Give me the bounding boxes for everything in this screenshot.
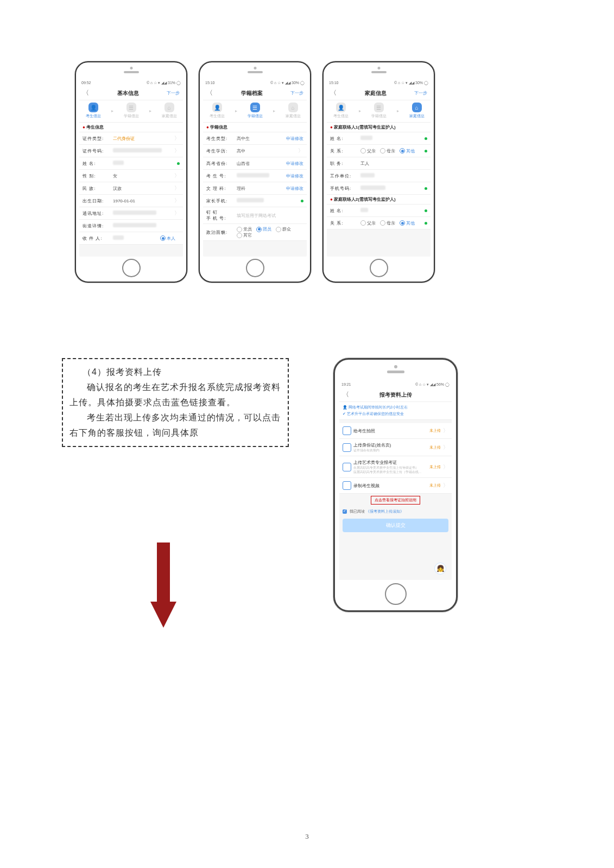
- radio-mother[interactable]: 母亲: [380, 148, 395, 154]
- radio-tuanyuan[interactable]: 团员: [256, 226, 271, 232]
- chevron-right-icon: ▸: [273, 108, 275, 113]
- chevron-right-icon: 〉: [174, 197, 180, 205]
- row-province[interactable]: 高考省份:山西省申请修改: [203, 157, 307, 170]
- upload-id-row[interactable]: 上传身份证(姓名页)证件须在有效期内 未上传〉: [339, 439, 452, 456]
- page-number: 3: [305, 832, 309, 841]
- section-header-contact1: ●家庭联络人1(需填写考生监护人): [327, 123, 431, 132]
- upload-cert-row[interactable]: 上传艺术类专业报考证在届高职高专美术类毕业生须上传等级证书）应届高职高专美术类毕…: [339, 456, 452, 478]
- chevron-right-icon: 〉: [443, 463, 448, 471]
- idcard-icon: [343, 443, 351, 452]
- instruction-p1: 确认报名的考生在艺术升报名系统完成报考资料上传。具体拍摄要求点击蓝色链接查看。: [69, 380, 281, 410]
- photo-guide-link[interactable]: 点击查看报考证拍照说明: [339, 494, 452, 507]
- radio-dangyuan[interactable]: 党员: [237, 226, 252, 232]
- radio-father[interactable]: 父亲: [360, 148, 376, 154]
- row-contact1-phone[interactable]: 手机号码:: [327, 182, 431, 195]
- row-student-type[interactable]: 考生类型:高中生申请修改: [203, 132, 307, 145]
- chevron-right-icon: 〉: [174, 172, 180, 180]
- nav-next[interactable]: 下一步: [167, 90, 180, 96]
- row-parent-phone[interactable]: 家长手机:: [203, 195, 307, 207]
- status-dot-icon: [425, 209, 427, 212]
- row-education[interactable]: 考生学历:高中〉: [203, 145, 307, 157]
- submit-button[interactable]: 确认提交: [343, 519, 448, 532]
- home-button[interactable]: [122, 259, 141, 277]
- nav-bar: 〈 基本信息 下一步: [79, 86, 183, 100]
- checkbox-icon[interactable]: [343, 509, 347, 514]
- step-school-info[interactable]: ☰学籍信息: [248, 103, 263, 119]
- back-icon[interactable]: 〈: [206, 88, 213, 98]
- row-contact2-name[interactable]: 姓 名:: [327, 205, 431, 217]
- home-button[interactable]: [385, 583, 407, 605]
- home-button[interactable]: [246, 259, 264, 277]
- step-stepper: 👤考生信息 ▸ ☰学籍信息 ▸ ⌂家庭信息: [327, 100, 431, 123]
- phone-basic-info: 09:52 © ⌂ ☆ ▾ ◢◢ 31% ◯ 〈 基本信息 下一步 👤考生信息 …: [75, 61, 187, 283]
- nav-title: 家庭信息: [365, 90, 387, 97]
- row-subject[interactable]: 文 理 科:理科申请修改: [203, 182, 307, 195]
- row-contact1-work[interactable]: 工作单位:: [327, 170, 431, 182]
- cert-icon: [343, 463, 351, 471]
- nav-bar: 〈 报考资料上传: [339, 388, 452, 402]
- row-gender[interactable]: 性 别:女〉: [79, 170, 183, 182]
- nav-next[interactable]: 下一步: [290, 90, 303, 96]
- radio-other[interactable]: 其他: [400, 220, 415, 226]
- row-nation[interactable]: 民 族:汉族〉: [79, 182, 183, 195]
- step-family-info[interactable]: ⌂家庭信息: [162, 103, 177, 119]
- status-right: © ⌂ ☆ ▾ ◢◢ 30% ◯: [270, 81, 305, 85]
- row-street[interactable]: 街道详情:: [79, 220, 183, 232]
- status-right: © ⌂ ☆ ▾ ◢◢ 31% ◯: [147, 81, 181, 85]
- down-arrow-icon: [150, 542, 177, 629]
- agreement-check[interactable]: 我已阅读 《报考资料上传须知》: [339, 507, 452, 516]
- step-student-info[interactable]: 👤考生信息: [333, 103, 349, 119]
- status-bar: 15:10 © ⌂ ☆ ▾ ◢◢ 30% ◯: [203, 80, 307, 86]
- step-student-info[interactable]: 👤考生信息: [210, 103, 225, 119]
- status-dot-icon: [425, 137, 427, 140]
- instruction-heading: （4）报考资料上传: [69, 365, 281, 380]
- section-header: ●学籍信息: [203, 123, 307, 132]
- back-icon[interactable]: 〈: [83, 88, 89, 98]
- row-dingding[interactable]: 钉 钉 手 机 号:填写后用于网络考试: [203, 207, 307, 224]
- instruction-p2: 考生若出现上传多次均未通过的情况，可以点击右下角的客服按钮，询问具体原: [69, 410, 281, 441]
- chevron-right-icon: ▸: [111, 108, 113, 113]
- chevron-right-icon: 〉: [443, 444, 448, 451]
- row-address[interactable]: 通讯地址:〉: [79, 207, 183, 220]
- upload-photo-row[interactable]: 给考生拍照 未上传〉: [339, 423, 452, 439]
- home-button[interactable]: [370, 259, 388, 277]
- back-icon[interactable]: 〈: [330, 88, 337, 98]
- status-dot-icon: [425, 187, 427, 190]
- row-politics[interactable]: 政治面貌: 党员 团员 群众 其它: [203, 224, 307, 241]
- status-bar: 15:10 © ⌂ ☆ ▾ ◢◢ 30% ◯: [327, 80, 431, 86]
- radio-qita[interactable]: 其它: [237, 232, 252, 238]
- radio-qunzhong[interactable]: 群众: [276, 226, 291, 232]
- radio-other[interactable]: 其他: [400, 148, 415, 154]
- instruction-text-box: （4）报考资料上传 确认报名的考生在艺术升报名系统完成报考资料上传。具体拍摄要求…: [62, 358, 289, 447]
- phone-upload: 19:21 © ⌂ ☆ ▾ ◢◢ 56% ◯ 〈 报考资料上传 👤 网络考试期间…: [333, 358, 458, 612]
- row-contact1-relation[interactable]: 关 系: 父亲 母亲 其他: [327, 145, 431, 157]
- screen-basic-info: 09:52 © ⌂ ☆ ▾ ◢◢ 31% ◯ 〈 基本信息 下一步 👤考生信息 …: [79, 80, 183, 257]
- step-stepper: 👤考生信息 ▸ ☰学籍信息 ▸ ⌂家庭信息: [79, 100, 183, 123]
- row-id-number[interactable]: 证件号码:〉: [79, 145, 183, 157]
- step-school-info[interactable]: ☰学籍信息: [371, 103, 387, 119]
- chevron-right-icon: ▸: [235, 108, 237, 113]
- radio-father[interactable]: 父亲: [360, 220, 376, 226]
- step-family-info[interactable]: ⌂家庭信息: [286, 103, 301, 119]
- step-school-info[interactable]: ☰学籍信息: [124, 103, 139, 119]
- step-student-info[interactable]: 👤考生信息: [86, 103, 101, 119]
- back-icon[interactable]: 〈: [343, 390, 349, 399]
- radio-mother[interactable]: 母亲: [380, 220, 395, 226]
- step-family-info[interactable]: ⌂家庭信息: [409, 103, 425, 119]
- screen-upload: 19:21 © ⌂ ☆ ▾ ◢◢ 56% ◯ 〈 报考资料上传 👤 网络考试期间…: [339, 381, 452, 580]
- radio-self-icon: [160, 235, 166, 241]
- row-student-no[interactable]: 考 生 号:申请修改: [203, 170, 307, 182]
- row-birth[interactable]: 出生日期:1970-01-01〉: [79, 195, 183, 207]
- upload-video-row[interactable]: 录制考生视频 未上传〉: [339, 478, 452, 494]
- nav-bar: 〈 学籍档案 下一步: [203, 86, 307, 100]
- row-contact2-relation[interactable]: 关 系: 父亲 母亲 其他: [327, 217, 431, 229]
- row-id-type[interactable]: 证件类型:二代身份证〉: [79, 132, 183, 145]
- row-contact1-job[interactable]: 职 务:工人: [327, 157, 431, 170]
- chevron-right-icon: 〉: [174, 184, 180, 192]
- nav-next[interactable]: 下一步: [414, 90, 427, 96]
- customer-service-button[interactable]: 👧: [434, 563, 446, 575]
- status-dot-icon: [177, 162, 180, 165]
- row-recipient[interactable]: 收 件 人:本人: [79, 232, 183, 245]
- row-contact1-name[interactable]: 姓 名:: [327, 132, 431, 145]
- status-dot-icon: [301, 200, 303, 202]
